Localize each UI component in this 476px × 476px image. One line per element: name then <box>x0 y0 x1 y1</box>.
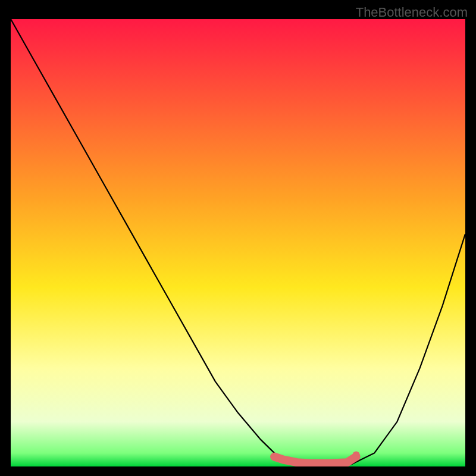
chart-plot-area <box>11 19 465 466</box>
watermark-label: TheBottleneck.com <box>356 5 468 20</box>
chart-svg <box>11 19 465 466</box>
chart-highlight-dot <box>353 451 360 458</box>
chart-background <box>11 19 465 466</box>
